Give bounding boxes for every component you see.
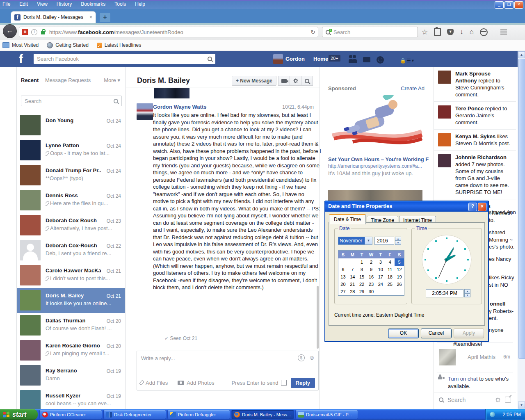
close-button[interactable]: × xyxy=(514,1,523,9)
calendar-day[interactable]: 15 xyxy=(357,273,367,281)
conversation-list-item[interactable]: Lynne Patton Oct 24 Oops - it may be too… xyxy=(17,138,125,163)
menu-item[interactable]: History xyxy=(57,1,72,7)
reply-button[interactable]: Reply xyxy=(291,378,315,388)
globe-edit-icon[interactable] xyxy=(480,28,488,36)
menu-item[interactable]: View xyxy=(37,1,48,7)
calendar-day[interactable] xyxy=(338,258,348,266)
menu-item[interactable]: Edit xyxy=(19,1,28,7)
time-spinner[interactable]: ▲▼ xyxy=(464,289,470,297)
tab-date-time[interactable]: Date & Time xyxy=(329,214,366,224)
more-dropdown[interactable]: More ▾ xyxy=(104,77,120,83)
calendar-day[interactable]: 10 xyxy=(376,266,385,273)
ad-image[interactable] xyxy=(328,95,422,153)
home-link[interactable]: Home xyxy=(313,56,328,62)
menu-item[interactable]: Bookmarks xyxy=(81,1,105,7)
notifications-globe-icon[interactable] xyxy=(377,55,384,64)
calendar-day[interactable]: 7 xyxy=(348,266,357,273)
conversation-list-item[interactable]: Ray Serrano Oct 19 Damn xyxy=(17,363,125,388)
calendar-day[interactable] xyxy=(348,258,357,266)
restore-button[interactable]: ❏ xyxy=(504,1,514,9)
browser-search-field[interactable]: + Search xyxy=(322,27,418,37)
calendar-day[interactable]: 17 xyxy=(376,273,385,281)
sender-avatar[interactable] xyxy=(137,103,153,120)
tab-message-requests[interactable]: Message Requests xyxy=(45,77,91,83)
ticker-story[interactable]: Kenya M. Sykes likes Steven D Morris's p… xyxy=(434,130,516,151)
conversation-list-item[interactable]: Russell Kyzer Oct 19 cool beans -- you c… xyxy=(17,388,125,409)
ad-url[interactable]: http://americanprosperitysystems.com/#a.… xyxy=(328,163,429,169)
conversation-list-item[interactable]: Carole Hawver MacKay Oct 21 I didn't wan… xyxy=(17,263,125,288)
calendar-day[interactable]: 23 xyxy=(367,281,376,288)
ticker-story[interactable]: Mark Sprouse Anthony replied to Steve Cu… xyxy=(434,67,516,102)
info-icon[interactable]: i xyxy=(31,29,37,35)
page-scrollbar[interactable]: ▲ ▼ xyxy=(518,51,525,409)
calendar-day[interactable]: 13 xyxy=(338,273,348,281)
calendar-day[interactable]: 16 xyxy=(367,273,376,281)
calendar-day[interactable]: 24 xyxy=(376,281,385,288)
calendar-day[interactable]: 25 xyxy=(385,281,395,288)
calendar-day[interactable]: 14 xyxy=(348,273,357,281)
account-caret-icon[interactable]: ▼ xyxy=(411,59,415,63)
ticker-actor-name[interactable]: Tere Ponce xyxy=(455,105,484,112)
calendar-day[interactable]: 28 xyxy=(348,288,357,295)
cancel-button[interactable]: Cancel xyxy=(421,329,452,338)
year-field[interactable]: 2016 xyxy=(374,237,394,245)
calendar-day[interactable]: 18 xyxy=(385,273,395,281)
scroll-down-arrow[interactable]: ▼ xyxy=(518,402,525,409)
bookmark-latest-headlines[interactable]: Latest Headlines xyxy=(97,42,141,48)
profile-name-link[interactable]: Gordon xyxy=(285,56,305,62)
start-button[interactable]: start xyxy=(0,409,38,420)
month-dropdown[interactable]: November ▼ xyxy=(338,237,372,245)
conversation-list-item[interactable]: Deborah Cox-Roush Oct 22 Deb, I sent you… xyxy=(17,238,125,263)
calendar-day[interactable]: 21 xyxy=(348,281,357,288)
menu-item[interactable]: File xyxy=(2,1,10,7)
ticker-actor-name[interactable]: Johnnie Richardson xyxy=(455,154,507,160)
sidebar-search-input[interactable]: Search xyxy=(21,96,122,106)
thread-scrollbar[interactable] xyxy=(317,286,319,349)
downloads-icon[interactable]: ↓ xyxy=(460,28,463,36)
ticker-actor-name[interactable]: Kenya M. Sykes xyxy=(455,133,495,139)
date-time-properties-dialog[interactable]: Date and Time Properties ? × Date & Time… xyxy=(325,201,488,341)
calendar-day[interactable]: 1 xyxy=(357,258,367,266)
dialog-titlebar[interactable]: Date and Time Properties ? × xyxy=(325,201,488,212)
friend-requests-icon[interactable] xyxy=(349,55,358,63)
turn-on-chat-link[interactable]: Turn on chat xyxy=(448,376,478,382)
partial-photo-attachment[interactable] xyxy=(154,88,189,98)
taskbar-task-button[interactable]: Piriform Defraggler xyxy=(167,410,230,419)
calendar-day[interactable]: 26 xyxy=(395,281,404,288)
calendar-day[interactable]: 20 xyxy=(338,281,348,288)
menu-item[interactable]: Tools xyxy=(114,1,126,7)
conversation-list-item[interactable]: Deborah Cox Roush Oct 23 Alternatively, … xyxy=(17,213,125,238)
scrollbar-thumb[interactable] xyxy=(518,59,525,359)
facebook-logo[interactable]: f xyxy=(19,52,23,66)
calendar[interactable]: SMTWTFS 12345678910111213141516171819202… xyxy=(338,250,404,296)
reload-icon[interactable]: ↻ xyxy=(307,29,315,35)
facebook-search-bar[interactable]: Search Facebook xyxy=(34,54,215,64)
ad-title[interactable]: Set Your Own Hours – You're Working Fr..… xyxy=(328,156,429,162)
calendar-day[interactable] xyxy=(385,288,395,295)
chat-search-bar[interactable]: Search xyxy=(434,393,516,406)
menu-item[interactable]: Help xyxy=(135,1,145,7)
apply-button[interactable]: Apply xyxy=(454,329,484,338)
new-tab-button[interactable]: + xyxy=(100,13,110,22)
emoji-icon[interactable]: ☺ xyxy=(309,354,315,361)
bookmark-most-visited[interactable]: Most Visited xyxy=(2,42,39,48)
taskbar-task-button[interactable]: Piriform CCleaner xyxy=(39,410,102,419)
time-field[interactable]: 2:05:34 PM xyxy=(426,289,463,297)
https-lock-icon[interactable] xyxy=(41,31,45,34)
menu-hamburger-icon[interactable] xyxy=(500,30,507,30)
conversation-list-item[interactable]: Don Young Oct 24 xyxy=(17,113,125,138)
adblock-icon[interactable]: ö xyxy=(22,29,28,35)
ticker-story[interactable]: Johnnie Richardson added 7 new photos. S… xyxy=(434,151,516,199)
video-call-button[interactable] xyxy=(278,76,290,86)
dialog-close-button[interactable]: × xyxy=(478,203,486,211)
taskbar-clock[interactable]: 2:05 PM xyxy=(502,412,521,418)
taskbar-task-button[interactable]: Doris-email-5.GIF - P... xyxy=(295,410,358,419)
add-photos-button[interactable]: Add Photos xyxy=(178,380,214,386)
calendar-day[interactable]: 22 xyxy=(357,281,367,288)
conversation-list-item[interactable]: Doris M. Bailey Oct 21 It looks like you… xyxy=(17,288,125,313)
ticker-story[interactable]: Tere Ponce replied to Gerardo Jaime's co… xyxy=(434,102,516,130)
ok-button[interactable]: OK xyxy=(388,329,419,338)
calendar-day[interactable]: 9 xyxy=(367,266,376,273)
gear-icon[interactable] xyxy=(495,397,501,403)
calendar-day[interactable] xyxy=(395,288,404,295)
